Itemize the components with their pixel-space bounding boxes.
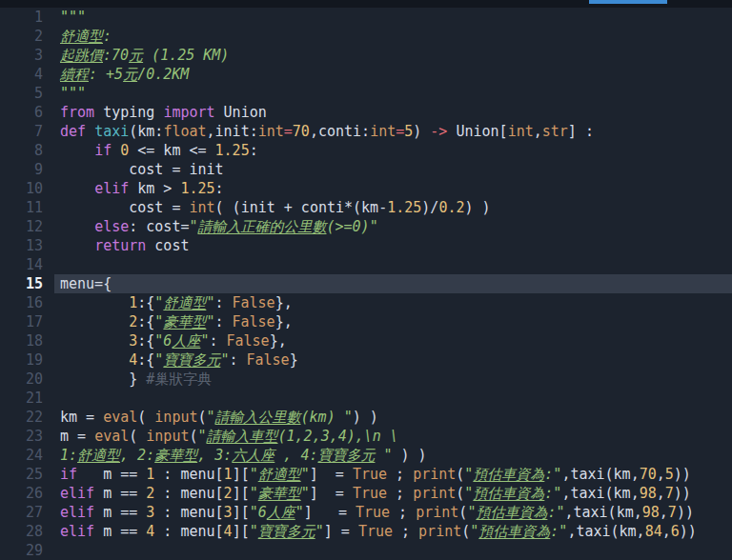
code-token: ): [413, 123, 430, 140]
line-number[interactable]: 29: [0, 541, 54, 560]
line-number[interactable]: 28: [0, 522, 54, 541]
line-number[interactable]: 8: [0, 141, 54, 160]
code-token: 寶寶多元: [258, 523, 315, 540]
code-line[interactable]: 17 2:{"豪華型": False},: [0, 312, 732, 331]
line-number[interactable]: 18: [0, 331, 54, 350]
line-number[interactable]: 13: [0, 236, 54, 255]
line-number[interactable]: 19: [0, 350, 54, 370]
line-number[interactable]: 4: [0, 65, 54, 84]
code-line[interactable]: 27elif m == 3 : menu[3]["6人座"] = True ; …: [0, 503, 732, 522]
code-line[interactable]: 14: [0, 255, 732, 274]
code-line[interactable]: 22km = eval( input("請輸入公里數(km) ") ): [0, 408, 732, 427]
line-number[interactable]: 22: [0, 408, 54, 427]
line-number[interactable]: 1: [0, 8, 54, 27]
code-line[interactable]: 29: [0, 541, 732, 560]
code-token: ": [250, 523, 258, 540]
code-token: ) ): [464, 199, 490, 216]
code-token: ,taxi(km,: [561, 466, 639, 483]
code-token: ,: [657, 466, 665, 483]
code-token: },: [270, 332, 287, 350]
code-line[interactable]: 28elif m == 4 : menu[4]["寶寶多元"] = True ;…: [0, 522, 732, 541]
line-number[interactable]: 2: [0, 27, 54, 46]
code-token: 請輸入車型: [207, 428, 278, 445]
line-number[interactable]: 12: [0, 217, 54, 236]
code-token: """: [60, 9, 86, 26]
code-token: 7: [665, 485, 674, 502]
code-line[interactable]: 8 if 0 <= km <= 1.25:: [0, 141, 732, 160]
code-token: [60, 351, 129, 369]
line-number[interactable]: 21: [0, 389, 54, 408]
code-line[interactable]: 3起跳價:70元 (1.25 KM): [0, 46, 732, 65]
line-number[interactable]: 5: [0, 84, 54, 103]
code-line[interactable]: 241:舒適型, 2:豪華型, 3:六人座 , 4:寶寶多元 " ) ): [0, 446, 732, 465]
code-token: elif: [60, 485, 94, 502]
code-line[interactable]: 1""": [0, 8, 732, 27]
line-number[interactable]: 10: [0, 179, 54, 198]
scrollbar-thumb[interactable]: [589, 0, 667, 4]
code-line[interactable]: 23m = eval( input("請輸入車型(1,2,3,4),\n \: [0, 427, 732, 446]
code-token: 1.25: [215, 142, 250, 159]
line-number[interactable]: 3: [0, 46, 54, 65]
code-token: Union[: [447, 123, 507, 140]
line-number[interactable]: 15: [0, 274, 54, 293]
code-token: ,taxi(km,: [561, 485, 639, 502]
code-token: ) ): [353, 409, 378, 426]
line-number[interactable]: 26: [0, 484, 54, 503]
code-token: (: [456, 485, 464, 502]
code-line[interactable]: 13 return cost: [0, 236, 732, 255]
code-token: elif: [60, 523, 94, 540]
code-token: =: [284, 123, 293, 140]
line-number[interactable]: 7: [0, 122, 54, 141]
code-line[interactable]: 15menu={: [0, 274, 732, 293]
line-number[interactable]: 25: [0, 465, 54, 484]
code-token: False: [246, 351, 289, 369]
code-line[interactable]: 7def taxi(km:float,init:int=70,conti:int…: [0, 122, 732, 141]
line-number[interactable]: 16: [0, 293, 54, 312]
line-number[interactable]: 23: [0, 427, 54, 446]
code-line[interactable]: 9 cost = init: [0, 160, 732, 179]
code-line[interactable]: 26elif m == 2 : menu[2]["豪華型"] = True ; …: [0, 484, 732, 503]
code-editor[interactable]: 1"""2舒適型:3起跳價:70元 (1.25 KM)4續程: +5元/0.2K…: [0, 8, 732, 560]
code-line[interactable]: 2舒適型:: [0, 27, 732, 46]
code-token: (: [189, 428, 197, 445]
line-number[interactable]: 17: [0, 312, 54, 331]
code-line[interactable]: 25if m == 1 : menu[1]["舒適型"] = True ; pr…: [0, 465, 732, 484]
code-line[interactable]: 18 3:{"6人座": False},: [0, 331, 732, 350]
line-number[interactable]: 11: [0, 198, 54, 217]
code-line[interactable]: 10 elif km > 1.25:: [0, 179, 732, 198]
code-token: :70: [103, 47, 129, 64]
code-token: 3: [146, 504, 154, 521]
code-token: m ==: [77, 466, 146, 483]
code-token: :": [544, 485, 561, 502]
code-token: cost =: [60, 199, 189, 216]
code-line[interactable]: 16 1:{"舒適型": False},: [0, 293, 732, 312]
code-line[interactable]: 19 4:{"寶寶多元": False}: [0, 350, 732, 370]
code-line[interactable]: 5""": [0, 84, 732, 103]
code-line[interactable]: 11 cost = int( (init + conti*(km-1.25)/0…: [0, 198, 732, 217]
line-number[interactable]: 6: [0, 103, 54, 122]
line-number[interactable]: 24: [0, 446, 54, 465]
code-token: 請輸入正確的公里數: [198, 218, 327, 235]
code-token: float: [163, 123, 206, 140]
code-token: },: [275, 313, 293, 330]
code-token: ][: [233, 485, 250, 502]
code-token: int: [189, 199, 214, 216]
code-token: True: [353, 466, 387, 483]
code-line[interactable]: 20 } #巢狀字典: [0, 370, 732, 389]
code-token: ][: [233, 523, 250, 540]
code-token: eval: [103, 409, 137, 426]
code-line[interactable]: 6from typing import Union: [0, 103, 732, 122]
code-line[interactable]: 12 else: cost="請輸入正確的公里數(>=0)": [0, 217, 732, 236]
line-number[interactable]: 9: [0, 160, 54, 179]
code-token: 1.25: [180, 180, 214, 197]
code-token: }: [290, 351, 298, 369]
line-number[interactable]: 14: [0, 255, 54, 274]
line-number[interactable]: 20: [0, 370, 54, 389]
code-token: (>=0)": [327, 218, 378, 235]
code-line[interactable]: 4續程: +5元/0.2KM: [0, 65, 732, 84]
code-token: 舒適型: [258, 466, 301, 483]
code-line[interactable]: 21: [0, 389, 732, 408]
code-token: 84: [645, 523, 662, 540]
line-content: 2:{"豪華型": False},: [54, 312, 732, 331]
line-number[interactable]: 27: [0, 503, 54, 522]
